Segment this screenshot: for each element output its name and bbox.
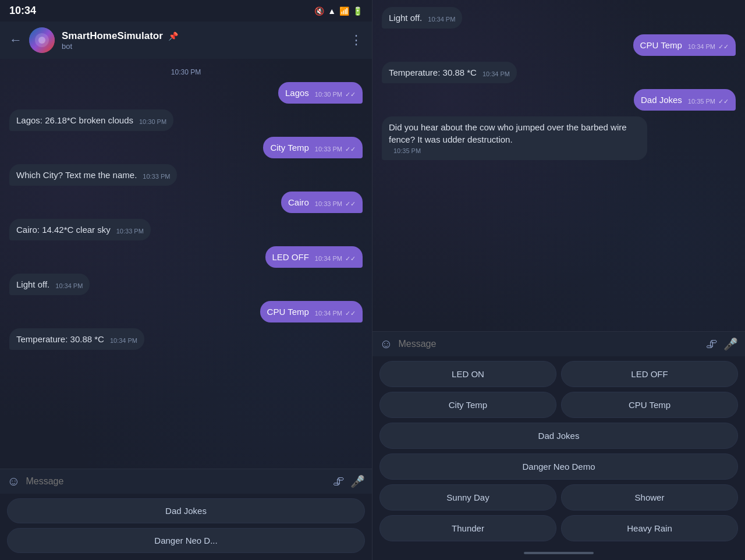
quick-btn-cpu-temp[interactable]: CPU Temp bbox=[561, 392, 738, 418]
received-bubble: Temperature: 30.88 *C 10:34 PM bbox=[382, 62, 517, 83]
right-message-input-area: ☺ 🖇 🎤 bbox=[372, 331, 745, 356]
quick-btn-city-temp[interactable]: City Temp bbox=[379, 392, 556, 418]
message-row: Which City? Text me the name. 10:33 PM bbox=[9, 164, 363, 186]
home-bar bbox=[524, 552, 594, 554]
right-emoji-button[interactable]: ☺ bbox=[379, 336, 392, 352]
quick-btn-thunder[interactable]: Thunder bbox=[379, 515, 556, 541]
status-icons: 🔇 ▲ 📶 🔋 bbox=[314, 6, 363, 16]
quick-row-1: LED ON LED OFF bbox=[379, 361, 738, 387]
message-row: Did you hear about the cow who jumped ov… bbox=[382, 116, 736, 160]
mic-button[interactable]: 🎤 bbox=[350, 474, 365, 488]
sent-bubble: Lagos 10:30 PM ✓✓ bbox=[278, 82, 363, 104]
sent-bubble: Cairo 10:33 PM ✓✓ bbox=[281, 192, 363, 213]
status-bar: 10:34 🔇 ▲ 📶 🔋 bbox=[0, 0, 372, 22]
message-row: Cairo 10:33 PM ✓✓ bbox=[9, 192, 363, 213]
chat-header: ← SmartHomeSimulator 📌 bot bbox=[0, 22, 372, 59]
received-bubble: Temperature: 30.88 *C 10:34 PM bbox=[9, 328, 144, 350]
quick-btn-led-on[interactable]: LED ON bbox=[379, 361, 556, 387]
quick-actions-right: LED ON LED OFF City Temp CPU Temp Dad Jo… bbox=[372, 356, 745, 548]
quick-actions-left: Dad Jokes Danger Neo D... bbox=[0, 494, 372, 560]
quick-row-4: Danger Neo Demo bbox=[379, 453, 738, 480]
message-input[interactable] bbox=[26, 476, 327, 487]
wifi-icon: ▲ bbox=[328, 6, 336, 16]
message-input-area: ☺ 🖇 🎤 bbox=[0, 469, 372, 494]
bot-type: bot bbox=[62, 42, 343, 51]
received-bubble: Light off. 10:34 PM bbox=[382, 7, 462, 29]
quick-row-6: Thunder Heavy Rain bbox=[379, 515, 738, 541]
left-chat-messages: 10:30 PM Lagos 10:30 PM ✓✓ Lagos: 26.18*… bbox=[0, 59, 372, 469]
quick-row-3: Dad Jokes bbox=[379, 423, 738, 449]
sent-bubble: CPU Temp 10:34 PM ✓✓ bbox=[633, 34, 736, 56]
status-time: 10:34 bbox=[9, 5, 36, 17]
right-attach-button[interactable]: 🖇 bbox=[706, 338, 718, 351]
message-row: CPU Temp 10:34 PM ✓✓ bbox=[382, 34, 736, 56]
received-bubble: Cairo: 14.42*C clear sky 10:33 PM bbox=[9, 219, 151, 240]
message-row: Light off. 10:34 PM bbox=[9, 274, 363, 295]
left-chat-panel: 10:34 🔇 ▲ 📶 🔋 ← bbox=[0, 0, 372, 560]
right-chat-messages: Light off. 10:34 PM CPU Temp 10:34 PM ✓✓… bbox=[372, 0, 745, 331]
quick-btn-danger-neo[interactable]: Danger Neo Demo bbox=[379, 453, 738, 480]
received-bubble: Lagos: 26.18*C broken clouds 10:30 PM bbox=[9, 109, 173, 131]
message-row: Temperature: 30.88 *C 10:34 PM bbox=[9, 328, 363, 350]
received-bubble: Light off. 10:34 PM bbox=[9, 274, 90, 295]
pin-icon: 📌 bbox=[168, 31, 178, 41]
bot-info: SmartHomeSimulator 📌 bot bbox=[62, 30, 343, 51]
message-row: CPU Temp 10:34 PM ✓✓ bbox=[9, 301, 363, 322]
received-bubble: Which City? Text me the name. 10:33 PM bbox=[9, 164, 177, 186]
quick-row-5: Sunny Day Shower bbox=[379, 484, 738, 511]
bot-name: SmartHomeSimulator 📌 bbox=[62, 30, 343, 42]
signal-icon: 📶 bbox=[339, 6, 349, 16]
quick-btn-dad-jokes-right[interactable]: Dad Jokes bbox=[379, 423, 738, 449]
message-row: Lagos 10:30 PM ✓✓ bbox=[9, 82, 363, 104]
message-row: Lagos: 26.18*C broken clouds 10:30 PM bbox=[9, 109, 363, 131]
attach-button[interactable]: 🖇 bbox=[333, 475, 345, 488]
message-row: Temperature: 30.88 *C 10:34 PM bbox=[382, 62, 736, 83]
sent-bubble: CPU Temp 10:34 PM ✓✓ bbox=[260, 301, 363, 322]
battery-icon: 🔋 bbox=[353, 6, 363, 16]
home-indicator bbox=[372, 548, 745, 560]
right-message-input[interactable] bbox=[398, 339, 700, 349]
quick-row-2: City Temp CPU Temp bbox=[379, 392, 738, 418]
quick-btn-shower[interactable]: Shower bbox=[561, 484, 738, 511]
quick-btn-heavy-rain[interactable]: Heavy Rain bbox=[561, 515, 738, 541]
message-row: City Temp 10:33 PM ✓✓ bbox=[9, 137, 363, 158]
emoji-button[interactable]: ☺ bbox=[7, 474, 20, 489]
back-button[interactable]: ← bbox=[9, 33, 22, 48]
received-bubble: Did you hear about the cow who jumped ov… bbox=[382, 116, 647, 160]
sent-bubble: City Temp 10:33 PM ✓✓ bbox=[263, 137, 363, 158]
sent-bubble: Dad Jokes 10:35 PM ✓✓ bbox=[634, 89, 736, 111]
message-row: Dad Jokes 10:35 PM ✓✓ bbox=[382, 89, 736, 111]
quick-btn-led-off[interactable]: LED OFF bbox=[561, 361, 738, 387]
mute-icon: 🔇 bbox=[314, 6, 324, 16]
message-row: Cairo: 14.42*C clear sky 10:33 PM bbox=[9, 219, 363, 240]
right-mic-button[interactable]: 🎤 bbox=[723, 337, 738, 351]
message-row: LED OFF 10:34 PM ✓✓ bbox=[9, 246, 363, 268]
bot-avatar bbox=[29, 27, 55, 53]
quick-btn-sunny-day[interactable]: Sunny Day bbox=[379, 484, 556, 511]
right-chat-panel: Light off. 10:34 PM CPU Temp 10:34 PM ✓✓… bbox=[372, 0, 745, 560]
more-menu-button[interactable]: ⋮ bbox=[350, 33, 363, 48]
quick-btn-dad-jokes[interactable]: Dad Jokes bbox=[7, 498, 365, 523]
timestamp-center: 10:30 PM bbox=[9, 68, 363, 76]
message-row: Light off. 10:34 PM bbox=[382, 7, 736, 29]
quick-btn-danger-neo[interactable]: Danger Neo D... bbox=[7, 528, 365, 553]
svg-point-2 bbox=[38, 37, 45, 44]
sent-bubble: LED OFF 10:34 PM ✓✓ bbox=[265, 246, 363, 268]
